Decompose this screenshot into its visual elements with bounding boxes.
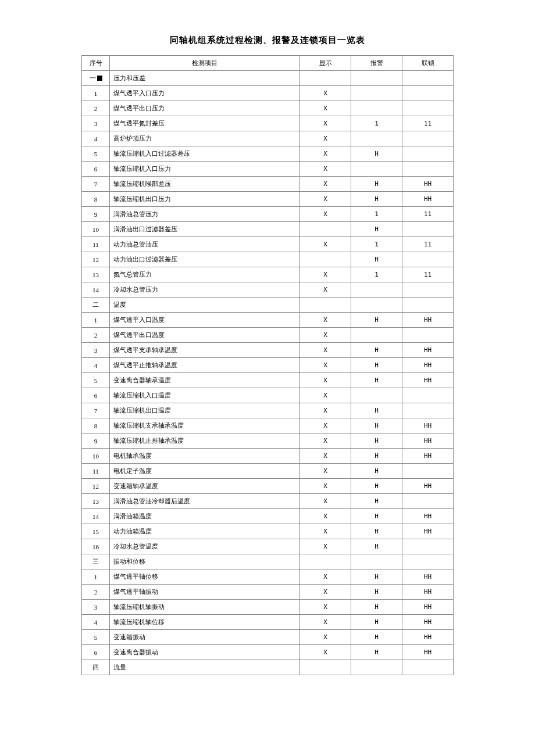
cell-sn: 11 bbox=[82, 464, 110, 479]
cell-item: 流量 bbox=[110, 660, 300, 675]
cell-alarm bbox=[351, 131, 402, 146]
cell-alarm: H bbox=[351, 403, 402, 418]
cell-disp: X bbox=[300, 192, 351, 207]
cell-item: 煤气透平支承轴承温度 bbox=[110, 343, 300, 358]
cell-alarm: H bbox=[351, 615, 402, 630]
cell-item: 煤气透平氮封差压 bbox=[110, 116, 300, 131]
table-row: 3轴流压缩机轴振动XHHH bbox=[82, 600, 454, 615]
cell-item: 冷却水总管温度 bbox=[110, 539, 300, 554]
cell-sn: 6 bbox=[82, 162, 110, 177]
cell-disp: X bbox=[300, 524, 351, 539]
cell-sn: 2 bbox=[82, 101, 110, 116]
cell-item: 动力油总管油压 bbox=[110, 237, 300, 252]
cell-lock: 11 bbox=[402, 116, 454, 131]
cell-lock bbox=[402, 71, 454, 86]
table-row: 6轴流压缩机入口压力X bbox=[82, 162, 454, 177]
table-row: 15动力油箱温度XHHH bbox=[82, 524, 454, 539]
cell-lock: HH bbox=[402, 418, 454, 433]
cell-lock: HH bbox=[402, 177, 454, 192]
cell-item: 润滑油箱温度 bbox=[110, 509, 300, 524]
cell-disp: X bbox=[300, 388, 351, 403]
cell-sn: 12 bbox=[82, 252, 110, 267]
cell-disp: X bbox=[300, 116, 351, 131]
cell-lock: HH bbox=[402, 479, 454, 494]
cell-item: 煤气透平轴位移 bbox=[110, 569, 300, 585]
cell-disp bbox=[300, 554, 351, 569]
cell-alarm: H bbox=[351, 585, 402, 600]
cell-item: 煤气透平止推轴承温度 bbox=[110, 358, 300, 373]
cell-lock: HH bbox=[402, 509, 454, 524]
cell-alarm: H bbox=[351, 494, 402, 509]
cell-item: 电机轴承温度 bbox=[110, 449, 300, 464]
cell-item: 动力油箱温度 bbox=[110, 524, 300, 539]
cell-lock bbox=[402, 388, 454, 403]
cell-sn: 6 bbox=[82, 388, 110, 403]
cell-disp bbox=[300, 660, 351, 675]
cell-alarm bbox=[351, 101, 402, 116]
cell-item: 温度 bbox=[110, 298, 300, 313]
table-row: 6变速离合器振动XHHH bbox=[82, 645, 454, 660]
cell-disp: X bbox=[300, 418, 351, 433]
table-row: 10电机轴承温度XHHH bbox=[82, 449, 454, 464]
cell-alarm: H bbox=[351, 479, 402, 494]
cell-lock: 11 bbox=[402, 237, 454, 252]
cell-disp: X bbox=[300, 237, 351, 252]
cell-item: 煤气透平入口温度 bbox=[110, 313, 300, 328]
cell-item: 煤气透平出口压力 bbox=[110, 101, 300, 116]
cell-alarm: H bbox=[351, 464, 402, 479]
cell-disp: X bbox=[300, 539, 351, 554]
cell-item: 润滑油总管油冷却器后温度 bbox=[110, 494, 300, 509]
table-row: 7轴流压缩机喉部差压XHHH bbox=[82, 177, 454, 192]
cell-lock bbox=[402, 101, 454, 116]
cell-disp: X bbox=[300, 449, 351, 464]
cell-lock: HH bbox=[402, 343, 454, 358]
cell-sn: 13 bbox=[82, 494, 110, 509]
cell-item: 轴流压缩机支承轴承温度 bbox=[110, 418, 300, 433]
cell-lock bbox=[402, 252, 454, 267]
cell-sn: 8 bbox=[82, 418, 110, 433]
cell-lock: HH bbox=[402, 358, 454, 373]
cell-alarm bbox=[351, 282, 402, 298]
cell-alarm: 1 bbox=[351, 116, 402, 131]
cell-disp: X bbox=[300, 600, 351, 615]
cell-item: 变速箱轴承温度 bbox=[110, 479, 300, 494]
cell-disp: X bbox=[300, 569, 351, 585]
cell-disp: X bbox=[300, 162, 351, 177]
table-row: 12动力油出口过滤器差压H bbox=[82, 252, 454, 267]
cell-item: 变速离合器振动 bbox=[110, 645, 300, 660]
cell-disp: X bbox=[300, 358, 351, 373]
cell-disp: X bbox=[300, 509, 351, 524]
cell-lock bbox=[402, 282, 454, 298]
cell-disp: X bbox=[300, 313, 351, 328]
cell-lock: HH bbox=[402, 645, 454, 660]
cell-alarm: H bbox=[351, 524, 402, 539]
cell-sn: 5 bbox=[82, 146, 110, 162]
cell-alarm: H bbox=[351, 343, 402, 358]
table-row: 4高炉炉顶压力X bbox=[82, 131, 454, 146]
cell-alarm bbox=[351, 328, 402, 343]
cell-disp: X bbox=[300, 645, 351, 660]
cell-item: 煤气透平出口温度 bbox=[110, 328, 300, 343]
cell-sn: 4 bbox=[82, 358, 110, 373]
cell-item: 轴流压缩机止推轴承温度 bbox=[110, 433, 300, 449]
inspection-table: 序号 检测项目 显示 报警 联锁 一压力和压差1煤气透平入口压力X2煤气透平出口… bbox=[81, 55, 454, 675]
cell-item: 压力和压差 bbox=[110, 71, 300, 86]
table-row: 1煤气透平入口压力X bbox=[82, 86, 454, 101]
cell-lock bbox=[402, 464, 454, 479]
cell-alarm bbox=[351, 86, 402, 101]
cell-sn: 10 bbox=[82, 222, 110, 237]
cell-disp: X bbox=[300, 146, 351, 162]
cell-disp: X bbox=[300, 177, 351, 192]
cell-sn: 14 bbox=[82, 282, 110, 298]
cell-lock: HH bbox=[402, 585, 454, 600]
cell-disp: X bbox=[300, 615, 351, 630]
cell-alarm: 1 bbox=[351, 207, 402, 222]
cell-sn: 2 bbox=[82, 585, 110, 600]
table-row: 3煤气透平氮封差压X111 bbox=[82, 116, 454, 131]
table-row: 2煤气透平出口温度X bbox=[82, 328, 454, 343]
cell-sn: 11 bbox=[82, 237, 110, 252]
cell-lock: HH bbox=[402, 569, 454, 585]
cell-alarm: H bbox=[351, 177, 402, 192]
cell-lock bbox=[402, 328, 454, 343]
cell-disp bbox=[300, 298, 351, 313]
